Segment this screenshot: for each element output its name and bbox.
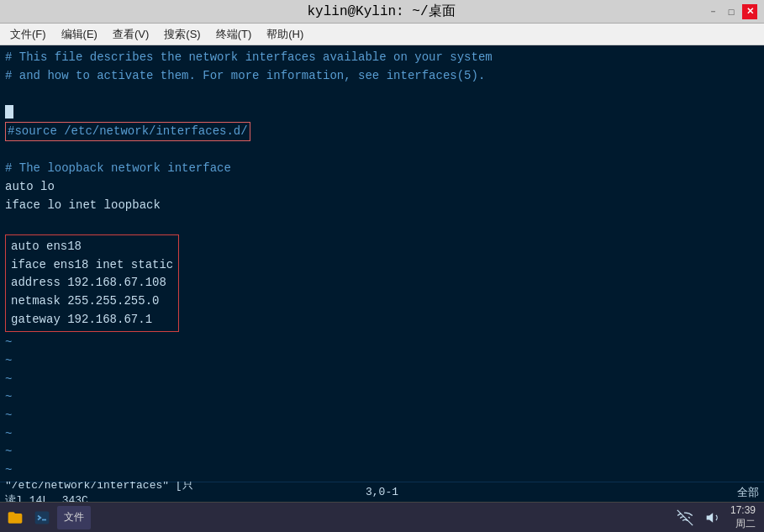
taskbar-app-button[interactable]: 文件 — [57, 506, 91, 529]
day-display: 周二 — [730, 518, 756, 531]
source-highlight: #source /etc/network/interfaces.d/ — [5, 122, 250, 142]
tilde-3: ~ — [5, 371, 759, 389]
network-icon[interactable] — [673, 506, 697, 529]
status-position: 3,0-1 — [256, 486, 508, 498]
menu-edit[interactable]: 编辑(E) — [55, 25, 104, 44]
status-scroll: 全部 — [508, 485, 759, 500]
line-8: auto lo — [5, 178, 759, 197]
svg-marker-2 — [707, 513, 714, 523]
menu-file[interactable]: 文件(F) — [3, 25, 53, 44]
line-3 — [5, 85, 759, 103]
line-5-source: #source /etc/network/interfaces.d/ — [5, 122, 759, 142]
menu-terminal[interactable]: 终端(T) — [209, 25, 259, 44]
window-controls: － □ ✕ — [705, 4, 757, 19]
taskbar-terminal-icon[interactable] — [30, 506, 54, 529]
menu-bar: 文件(F) 编辑(E) 查看(V) 搜索(S) 终端(T) 帮助(H) — [0, 24, 764, 45]
tilde-2: ~ — [5, 352, 759, 371]
volume-icon[interactable] — [702, 506, 725, 529]
taskbar-folder-icon[interactable] — [3, 506, 27, 529]
tilde-6: ~ — [5, 425, 759, 444]
line-14: netmask 255.255.255.0 — [11, 292, 173, 311]
cursor-block — [5, 105, 13, 119]
close-button[interactable]: ✕ — [742, 4, 757, 19]
block-highlight: auto ens18 iface ens18 inet static addre… — [5, 234, 179, 332]
minimize-button[interactable]: － — [705, 4, 720, 19]
line-15: gateway 192.168.67.1 — [11, 311, 173, 329]
menu-search[interactable]: 搜索(S) — [157, 25, 207, 44]
maximize-button[interactable]: □ — [724, 4, 739, 19]
line-12: iface ens18 inet static — [11, 256, 173, 275]
tilde-7: ~ — [5, 443, 759, 461]
taskbar-app-label: 文件 — [64, 510, 84, 524]
line-2: # and how to activate them. For more inf… — [5, 67, 759, 86]
menu-view[interactable]: 查看(V) — [106, 25, 155, 44]
line-1: # This file describes the network interf… — [5, 49, 759, 67]
svg-rect-0 — [35, 511, 50, 524]
line-9: iface lo inet loopback — [5, 197, 759, 215]
line-11: auto ens18 — [11, 238, 173, 256]
taskbar-sys-tray: 17:39 周二 — [668, 504, 761, 530]
status-bar: "/etc/network/interfaces" [只读] 14L, 343C… — [0, 482, 764, 502]
menu-help[interactable]: 帮助(H) — [260, 25, 310, 44]
terminal-content[interactable]: # This file describes the network interf… — [0, 45, 764, 482]
line-13: address 192.168.67.108 — [11, 274, 173, 292]
line-6 — [5, 141, 759, 160]
tilde-5: ~ — [5, 407, 759, 425]
taskbar-time: 17:39 周二 — [730, 504, 756, 530]
window-title: kylin@Kylin: ~/桌面 — [307, 3, 455, 20]
title-bar: kylin@Kylin: ~/桌面 － □ ✕ — [0, 0, 764, 24]
line-7: # The loopback network interface — [5, 160, 759, 178]
taskbar: 文件 17:39 周二 — [0, 502, 764, 532]
time-display: 17:39 — [730, 504, 756, 518]
tilde-1: ~ — [5, 334, 759, 352]
line-4-cursor — [5, 103, 759, 122]
tilde-4: ~ — [5, 388, 759, 407]
line-10 — [5, 214, 759, 233]
tilde-8: ~ — [5, 461, 759, 480]
